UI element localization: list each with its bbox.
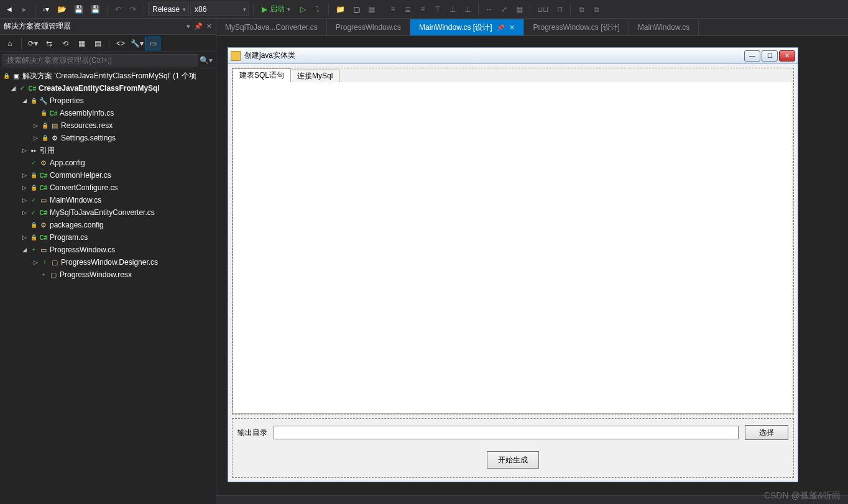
progresswindow-node[interactable]: ◢ + ▭ ProgressWindow.cs	[0, 244, 216, 256]
align-right-button[interactable]: ≡	[416, 2, 430, 16]
layout-button[interactable]: ▦	[364, 2, 378, 16]
window-button[interactable]: ▢	[349, 2, 363, 16]
align-bot-button[interactable]: ⊥	[461, 2, 474, 16]
expander-icon[interactable]: ◢	[20, 98, 29, 104]
convertconfigure-node[interactable]: ▷ 🔒 C# ConvertConfigure.cs	[0, 181, 216, 194]
packages-node[interactable]: 🔒 ⚙ packages.config	[0, 219, 216, 231]
redo-button[interactable]: ↷	[126, 2, 140, 16]
code-button[interactable]: <>	[113, 37, 128, 50]
tab-progresswindow-design[interactable]: ProgressWindow.cs [设计]	[524, 19, 629, 35]
assemblyinfo-node[interactable]: 🔒 C# AssemblyInfo.cs	[0, 107, 216, 119]
refresh-button[interactable]: ⟳▾	[25, 37, 40, 50]
order2-button[interactable]: ⧉	[589, 2, 603, 16]
expander-icon[interactable]: ▷	[20, 209, 29, 216]
space-h-button[interactable]: ⊔⊔	[534, 2, 551, 16]
align-left-button[interactable]: ≡	[386, 2, 400, 16]
open-button[interactable]: 📂	[54, 2, 70, 16]
select-button[interactable]: 选择	[745, 425, 788, 440]
new-project-button[interactable]: ▫▾	[39, 2, 53, 16]
output-textbox[interactable]	[274, 426, 739, 439]
settings-node[interactable]: ▷ 🔒 ⚙ Settings.settings	[0, 132, 216, 144]
designer-surface[interactable]: 创建java实体类 — ☐ ✕ 建表SQL语句 连接MySql	[216, 36, 848, 495]
wrench-button[interactable]: 🔧▾	[129, 37, 144, 50]
grid-button[interactable]: ▦	[512, 2, 526, 16]
maximize-button[interactable]: ☐	[762, 50, 778, 62]
panel-menu-icon[interactable]: ▾	[187, 22, 190, 30]
showall-button[interactable]: ▦	[74, 37, 89, 50]
nav-back-button[interactable]: ◄	[2, 2, 16, 16]
start-nodebug-button[interactable]: ▷	[296, 2, 310, 16]
expander-icon[interactable]: ▷	[20, 147, 29, 153]
properties-node[interactable]: ◢ 🔒 🔧 Properties	[0, 94, 216, 107]
cs-icon: C#	[39, 209, 48, 216]
panel-title-text: 解决方案资源管理器	[4, 21, 71, 32]
commonhelper-node[interactable]: ▷ 🔒 C# CommonHelper.cs	[0, 169, 216, 181]
progresswindow-resx-node[interactable]: + ▢ ProgressWindow.resx	[0, 268, 216, 281]
pin-icon[interactable]: 📌	[497, 24, 504, 31]
solution-tree[interactable]: 🔒 ▣ 解决方案 'CreateJavaEntityClassFromMySql…	[0, 68, 216, 504]
collapse-button[interactable]: ⟲	[58, 37, 73, 50]
step-button[interactable]: ⤵	[311, 2, 325, 16]
minimize-button[interactable]: —	[744, 50, 760, 62]
expander-icon[interactable]: ▷	[20, 197, 29, 203]
generate-button[interactable]: 开始生成	[487, 451, 539, 469]
save-all-button[interactable]: 💾	[88, 2, 103, 16]
tab-mainwindow-design[interactable]: MainWindow.cs [设计] 📌 ✕	[410, 19, 524, 35]
progresswindow-designer-node[interactable]: ▷ + ▢ ProgressWindow.Designer.cs	[0, 256, 216, 268]
align-mid-button[interactable]: ⊥	[446, 2, 459, 16]
main-toolbar: ◄ ▸ ▫▾ 📂 💾 💾 ↶ ↷ Release x86 ▶ 启动 ▾ ▷ ⤵ …	[0, 0, 848, 19]
config-combo[interactable]: Release	[148, 2, 189, 16]
expander-icon[interactable]: ▷	[20, 172, 29, 178]
align-center-button[interactable]: ≣	[401, 2, 415, 16]
resize-button[interactable]: ⤢	[497, 2, 511, 16]
tab-sql[interactable]: 建表SQL语句	[233, 68, 291, 82]
close-icon[interactable]: ✕	[509, 24, 515, 32]
expander-icon[interactable]: ◢	[20, 247, 29, 253]
expander-icon[interactable]: ▷	[31, 122, 40, 129]
expander-icon[interactable]: ▷	[20, 185, 29, 191]
converter-node[interactable]: ▷ ✓ C# MySqlToJavaEntityConverter.cs	[0, 206, 216, 219]
cs-icon: C#	[39, 234, 48, 241]
editor-area: MySqlToJava...Converter.cs ProgressWindo…	[216, 19, 848, 504]
resources-node[interactable]: ▷ 🔒 ▤ Resources.resx	[0, 119, 216, 132]
close-button[interactable]: ✕	[779, 50, 795, 62]
tab-converter[interactable]: MySqlToJava...Converter.cs	[216, 19, 327, 35]
order-button[interactable]: ⧉	[574, 2, 588, 16]
save-button[interactable]: 💾	[71, 2, 86, 16]
undo-button[interactable]: ↶	[111, 2, 125, 16]
form-title: 创建java实体类	[244, 50, 743, 61]
program-node[interactable]: ▷ 🔒 C# Program.cs	[0, 231, 216, 244]
winform[interactable]: 创建java实体类 — ☐ ✕ 建表SQL语句 连接MySql	[228, 47, 798, 482]
panel-toolbar: ⌂ ⟳▾ ⇆ ⟲ ▦ ▤ <> 🔧▾ ▭	[0, 35, 216, 52]
solution-node[interactable]: 🔒 ▣ 解决方案 'CreateJavaEntityClassFromMySql…	[0, 70, 216, 82]
tab-progresswindow[interactable]: ProgressWindow.cs	[327, 19, 410, 35]
mainwindow-node[interactable]: ▷ ✓ ▭ MainWindow.cs	[0, 194, 216, 206]
tab-mysql[interactable]: 连接MySql	[290, 70, 339, 82]
expander-icon[interactable]: ▷	[31, 135, 40, 141]
panel-pin-icon[interactable]: 📌	[194, 22, 203, 30]
appconfig-node[interactable]: ✓ ⚙ App.config	[0, 157, 216, 169]
folder-button[interactable]: 📁	[333, 2, 348, 16]
start-button[interactable]: ▶ 启动 ▾	[257, 2, 295, 16]
project-node[interactable]: ◢ ✓ C# CreateJavaEntityClassFromMySql	[0, 82, 216, 94]
properties-button[interactable]: ▤	[90, 37, 105, 50]
size-button[interactable]: ↔	[482, 2, 496, 16]
search-icon[interactable]: 🔍▾	[198, 56, 213, 65]
panel-close-icon[interactable]: ✕	[206, 22, 212, 30]
tab-content[interactable]	[233, 82, 793, 414]
references-node[interactable]: ▷ ▪▪ 引用	[0, 144, 216, 157]
align-top-button[interactable]: ⊤	[431, 2, 445, 16]
platform-combo[interactable]: x86	[190, 2, 249, 16]
add-icon: +	[40, 259, 50, 265]
expander-icon[interactable]: ◢	[9, 85, 17, 91]
expander-icon[interactable]: ▷	[31, 259, 40, 265]
expander-icon[interactable]: ▷	[20, 234, 29, 241]
home-button[interactable]: ⌂	[2, 37, 17, 50]
tabcontrol[interactable]: 建表SQL语句 连接MySql	[232, 68, 794, 415]
search-input[interactable]	[2, 54, 198, 66]
space-v-button[interactable]: ⊓	[553, 2, 566, 16]
tab-mainwindow[interactable]: MainWindow.cs	[629, 19, 699, 35]
preview-button[interactable]: ▭	[145, 37, 160, 50]
sync-button[interactable]: ⇆	[42, 37, 57, 50]
nav-fwd-button[interactable]: ▸	[17, 2, 31, 16]
